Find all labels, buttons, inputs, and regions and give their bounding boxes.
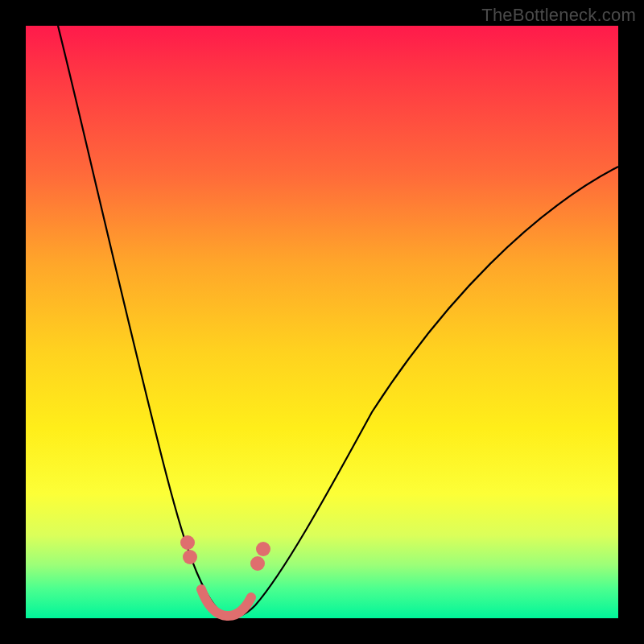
bottleneck-curve	[26, 26, 618, 618]
marker-dot	[256, 542, 270, 556]
marker-dot	[250, 556, 265, 571]
watermark-text: TheBottleneck.com	[481, 5, 636, 26]
marker-chain	[201, 589, 251, 616]
chart-canvas: TheBottleneck.com	[0, 0, 644, 644]
curve-path	[58, 26, 618, 617]
marker-dot	[180, 535, 195, 550]
marker-dot	[183, 550, 197, 564]
plot-area	[26, 26, 618, 618]
